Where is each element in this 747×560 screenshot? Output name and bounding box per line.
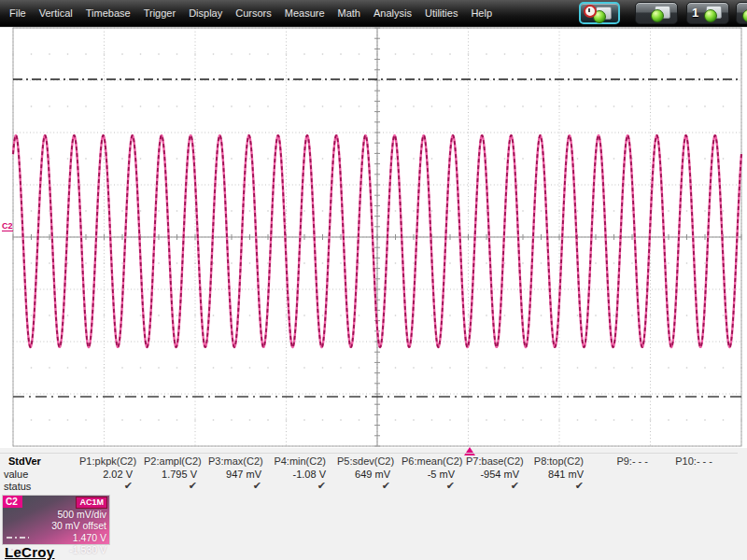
measurement-value-row: value 2.02 V1.795 V947 mV-1.08 V649 mV-5… [0, 468, 738, 480]
menu-trigger[interactable]: Trigger [137, 0, 182, 26]
measurement-p4-status: ✔ [273, 480, 337, 492]
measurement-p8-status: ✔ [530, 480, 595, 492]
value-row-label: value [0, 469, 79, 480]
menu-display[interactable]: Display [182, 0, 229, 26]
menu-measure[interactable]: Measure [278, 0, 331, 26]
menu-file[interactable]: File [3, 0, 33, 26]
level-top-row: 1.470 V [3, 531, 109, 543]
measure-set-label: StdVer [0, 455, 79, 467]
measurement-p5-label[interactable]: P5:sdev(C2) [337, 455, 402, 467]
measurement-p3-status: ✔ [208, 480, 273, 492]
measurement-p6-value: -5 mV [402, 469, 466, 480]
status-row-label: status [0, 481, 79, 492]
measurement-p4-label[interactable]: P4:min(C2) [273, 455, 337, 467]
coupling-badge: AC1M [76, 497, 107, 509]
measurement-p7-value: -954 mV [466, 469, 530, 480]
menu-cursors[interactable]: Cursors [229, 0, 278, 26]
measurement-p2-label[interactable]: P2:ampl(C2) [144, 455, 208, 467]
menu-timebase[interactable]: Timebase [79, 0, 137, 26]
capture-partial-button[interactable] [736, 2, 747, 24]
level-bottom-value: -1.530 V [69, 544, 106, 555]
channel-offset-marker[interactable]: C2 [2, 221, 13, 231]
measurement-p9-label[interactable]: P9:- - - [595, 455, 659, 467]
green-orb-icon [742, 9, 747, 22]
green-orb-icon [704, 9, 717, 22]
lecroy-logo: LeCroy [5, 544, 54, 560]
waveform-display[interactable]: C2 [0, 26, 747, 448]
measurement-p5-status: ✔ [337, 480, 402, 492]
measurement-p1-value: 2.02 V [79, 469, 144, 480]
button-number-label: 1 [692, 6, 698, 20]
channel-descriptor-box[interactable]: C2 AC1M 500 mV/div 30 mV offset 1.470 V … [2, 495, 110, 545]
menu-bar: File Vertical Timebase Trigger Display C… [0, 0, 747, 27]
capture-1-button[interactable]: 1 [686, 2, 729, 24]
alarm-clock-icon [584, 5, 597, 18]
scope-grid-and-trace [0, 26, 747, 448]
measurement-p1-status: ✔ [79, 480, 144, 492]
measurement-p7-status: ✔ [466, 480, 530, 492]
menu-vertical[interactable]: Vertical [33, 0, 79, 26]
measurement-table: StdVer P1:pkpk(C2)P2:ampl(C2)P3:max(C2)P… [0, 453, 738, 492]
measurement-p7-label[interactable]: P7:base(C2) [466, 455, 530, 467]
measurement-p4-value: -1.08 V [273, 469, 337, 480]
measurement-p8-value: 841 mV [530, 469, 595, 480]
measurement-p6-status: ✔ [402, 480, 466, 492]
dash-dot-line-icon [7, 537, 29, 539]
status-panel: StdVer P1:pkpk(C2)P2:ampl(C2)P3:max(C2)P… [0, 448, 747, 560]
measurement-p1-label[interactable]: P1:pkpk(C2) [79, 455, 144, 467]
measurement-p2-status: ✔ [144, 480, 208, 492]
green-orb-icon [651, 9, 664, 22]
oscilloscope-app: { "menu": { "items": ["File","Vertical",… [0, 0, 747, 560]
channel-offset: 30 mV offset [3, 520, 109, 531]
channel-scale: 500 mV/div [3, 509, 109, 520]
measurement-p3-value: 947 mV [208, 469, 273, 480]
timed-capture-button[interactable] [579, 2, 620, 24]
measurement-p2-value: 1.795 V [144, 469, 208, 480]
capture-button[interactable] [635, 2, 678, 24]
channel-badge: C2 [3, 496, 22, 508]
measurement-p8-label[interactable]: P8:top(C2) [530, 455, 595, 467]
level-top-value: 1.470 V [73, 532, 106, 543]
measurement-p10-label[interactable]: P10:- - - [659, 455, 724, 467]
measurement-label-row: StdVer P1:pkpk(C2)P2:ampl(C2)P3:max(C2)P… [0, 455, 738, 468]
measurement-p5-value: 649 mV [337, 469, 402, 480]
menu-analysis[interactable]: Analysis [367, 0, 418, 26]
measurement-status-row: status ✔✔✔✔✔✔✔✔ [0, 480, 738, 492]
measurement-p6-label[interactable]: P6:mean(C2) [402, 455, 466, 467]
menu-utilities[interactable]: Utilities [418, 0, 464, 26]
measurement-p3-label[interactable]: P3:max(C2) [208, 455, 273, 467]
menu-math[interactable]: Math [331, 0, 367, 26]
menu-help[interactable]: Help [464, 0, 499, 26]
